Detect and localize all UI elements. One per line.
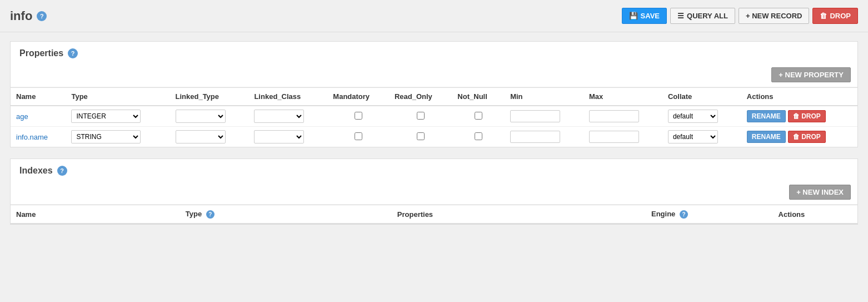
idx-col-name: Name	[11, 205, 180, 224]
new-property-button[interactable]: + NEW PROPERTY	[771, 67, 851, 82]
query-icon: ☰	[677, 12, 684, 20]
max-infoname[interactable]	[583, 127, 662, 147]
min-age[interactable]	[505, 106, 583, 127]
properties-title: Properties	[19, 48, 63, 58]
actions-age: RENAME 🗑 DROP	[741, 106, 857, 127]
not-null-checkbox-age[interactable]	[475, 112, 482, 120]
new-record-button[interactable]: + NEW RECORD	[739, 8, 809, 24]
row-actions-age: RENAME 🗑 DROP	[747, 110, 852, 122]
indexes-title: Indexes	[19, 166, 53, 176]
drop-button-age[interactable]: 🗑 DROP	[788, 110, 826, 122]
rename-button-infoname[interactable]: RENAME	[747, 131, 786, 143]
indexes-section: Indexes ? + NEW INDEX Name Type ? Prop	[10, 159, 858, 225]
linked-class-select-infoname[interactable]	[254, 130, 304, 143]
col-not-null: Not_Null	[452, 88, 505, 106]
read-only-age[interactable]	[389, 106, 452, 127]
title-help-icon[interactable]: ?	[37, 11, 47, 21]
col-read-only: Read_Only	[389, 88, 452, 106]
header: info ? 💾 SAVE ☰ QUERY ALL + NEW RECORD 🗑…	[0, 0, 868, 32]
max-input-infoname[interactable]	[589, 131, 639, 143]
new-index-button[interactable]: + NEW INDEX	[789, 185, 851, 200]
idx-col-engine: Engine ?	[646, 205, 773, 224]
mandatory-checkbox-infoname[interactable]	[355, 132, 362, 140]
mandatory-checkbox-age[interactable]	[355, 112, 362, 120]
read-only-checkbox-infoname[interactable]	[417, 132, 425, 140]
indexes-section-header: Indexes ?	[11, 159, 857, 180]
properties-section-header: Properties ?	[11, 42, 857, 63]
col-mandatory: Mandatory	[327, 88, 389, 106]
collate-infoname[interactable]: default ci	[662, 127, 741, 147]
collate-age[interactable]: default ci	[662, 106, 741, 127]
read-only-checkbox-age[interactable]	[417, 112, 425, 120]
indexes-table-header-row: Name Type ? Properties Engine ? Actions	[11, 205, 857, 224]
row-actions-infoname: RENAME 🗑 DROP	[747, 131, 852, 143]
col-min: Min	[505, 88, 583, 106]
drop-icon: 🗑	[820, 12, 827, 20]
min-input-age[interactable]	[510, 110, 560, 122]
drop-button-infoname[interactable]: 🗑 DROP	[788, 131, 826, 143]
read-only-infoname[interactable]	[389, 127, 452, 147]
col-max: Max	[583, 88, 662, 106]
linked-type-select-age[interactable]	[176, 110, 226, 123]
property-type-age[interactable]: INTEGER STRING BOOLEAN FLOAT DOUBLE LONG…	[66, 106, 169, 127]
idx-col-actions: Actions	[773, 205, 857, 224]
type-help-icon[interactable]: ?	[206, 210, 214, 219]
header-actions: 💾 SAVE ☰ QUERY ALL + NEW RECORD 🗑 DROP	[622, 8, 858, 24]
max-input-age[interactable]	[589, 110, 639, 122]
query-all-button[interactable]: ☰ QUERY ALL	[670, 8, 735, 24]
min-infoname[interactable]	[505, 127, 583, 147]
actions-infoname: RENAME 🗑 DROP	[741, 127, 857, 147]
property-name-age: age	[11, 106, 66, 127]
table-row: age INTEGER STRING BOOLEAN FLOAT DOUBLE …	[11, 106, 857, 127]
save-button[interactable]: 💾 SAVE	[622, 8, 667, 24]
indexes-help-icon[interactable]: ?	[57, 166, 67, 176]
save-icon: 💾	[629, 12, 638, 20]
page-title: info	[10, 9, 32, 23]
mandatory-age[interactable]	[327, 106, 389, 127]
not-null-checkbox-infoname[interactable]	[475, 132, 482, 140]
properties-help-icon[interactable]: ?	[68, 48, 78, 58]
linked-type-select-infoname[interactable]	[176, 130, 226, 143]
not-null-infoname[interactable]	[452, 127, 505, 147]
linked-class-select-age[interactable]	[254, 110, 304, 123]
header-title-area: info ?	[10, 9, 47, 23]
linked-class-infoname[interactable]	[248, 127, 327, 147]
col-collate: Collate	[662, 88, 741, 106]
collate-select-age[interactable]: default ci	[668, 110, 718, 123]
col-linked-class: Linked_Class	[248, 88, 327, 106]
indexes-toolbar: + NEW INDEX	[11, 180, 857, 205]
min-input-infoname[interactable]	[510, 131, 560, 143]
properties-toolbar: + NEW PROPERTY	[11, 63, 857, 87]
max-age[interactable]	[583, 106, 662, 127]
table-row: info.name INTEGER STRING BOOLEAN FLOAT D…	[11, 127, 857, 147]
idx-col-properties: Properties	[392, 205, 646, 224]
linked-type-age[interactable]	[170, 106, 249, 127]
col-name: Name	[11, 88, 66, 106]
linked-class-age[interactable]	[248, 106, 327, 127]
main-content: Properties ? + NEW PROPERTY Name Type Li…	[0, 32, 868, 245]
mandatory-infoname[interactable]	[327, 127, 389, 147]
linked-type-infoname[interactable]	[170, 127, 249, 147]
type-select-age[interactable]: INTEGER STRING BOOLEAN FLOAT DOUBLE LONG…	[71, 110, 141, 123]
not-null-age[interactable]	[452, 106, 505, 127]
indexes-table: Name Type ? Properties Engine ? Actions	[11, 205, 857, 224]
property-name-infoname: info.name	[11, 127, 66, 147]
col-type: Type	[66, 88, 169, 106]
properties-table: Name Type Linked_Type Linked_Class Manda…	[11, 87, 857, 147]
type-select-infoname[interactable]: INTEGER STRING BOOLEAN FLOAT DOUBLE LONG…	[71, 130, 141, 143]
property-type-infoname[interactable]: INTEGER STRING BOOLEAN FLOAT DOUBLE LONG…	[66, 127, 169, 147]
rename-button-age[interactable]: RENAME	[747, 110, 786, 122]
engine-help-icon[interactable]: ?	[680, 210, 688, 219]
col-actions: Actions	[741, 88, 857, 106]
col-linked-type: Linked_Type	[170, 88, 249, 106]
collate-select-infoname[interactable]: default ci	[668, 130, 718, 143]
idx-col-type: Type ?	[180, 205, 392, 224]
drop-button[interactable]: 🗑 DROP	[812, 8, 858, 24]
properties-table-header-row: Name Type Linked_Type Linked_Class Manda…	[11, 88, 857, 106]
page-wrapper: info ? 💾 SAVE ☰ QUERY ALL + NEW RECORD 🗑…	[0, 0, 868, 302]
properties-section: Properties ? + NEW PROPERTY Name Type Li…	[10, 41, 858, 147]
